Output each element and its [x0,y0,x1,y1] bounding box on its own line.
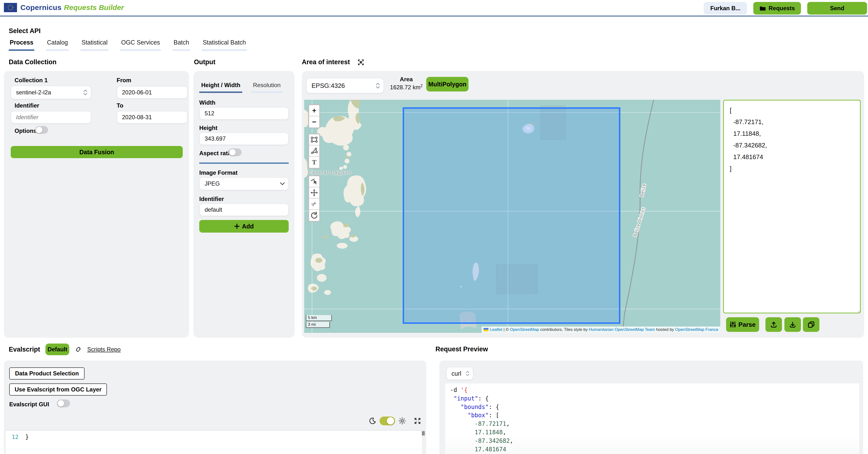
geometry-type-button[interactable]: MultiPolygon [426,77,468,91]
eu-flag-icon [4,3,17,12]
output-title: Output [194,58,215,66]
area-value: 1628.72 km2 [385,84,428,91]
editor-line-number: 12 [6,434,19,440]
folder-icon [760,6,766,11]
rotate-icon [310,211,318,219]
link-icon [74,346,82,353]
editor-theme-toggle[interactable] [379,417,395,425]
output-identifier-label: Identifier [199,196,224,202]
width-label: Width [199,99,215,106]
evalscript-panel: Data Product Selection Use Evalscript fr… [4,361,426,454]
code-line: 17.481674 [450,445,855,454]
editor-scrollbar[interactable] [422,431,425,454]
map-canvas[interactable]: Belize Belize District Central Lagoon + … [304,100,720,333]
tab-ogc-services[interactable]: OGC Services [120,38,161,51]
code-line: "bounds": { [450,403,855,412]
drag-layer-button[interactable] [309,187,319,199]
scripts-repo-link[interactable]: Scripts Repo [87,346,121,353]
edit-vertices-button[interactable] [309,176,319,187]
add-output-button[interactable]: Add [199,220,289,233]
tab-height-width[interactable]: Height / Width [199,81,242,93]
toggle-knob [36,127,42,133]
output-identifier-input[interactable] [199,203,289,216]
height-input[interactable] [199,132,289,145]
identifier-input[interactable] [11,111,91,123]
map-draw-toolbar: T [308,133,320,169]
upload-geometry-button[interactable] [766,317,782,332]
tab-process[interactable]: Process [9,38,34,51]
parse-geometry-button[interactable]: Parse [726,317,759,332]
to-input[interactable] [117,111,188,123]
user-button[interactable]: Furkan B... [704,2,747,15]
leaflet-link[interactable]: Leaflet [490,327,502,332]
data-product-selection-button[interactable]: Data Product Selection [9,367,85,379]
copy-geometry-button[interactable] [803,317,819,332]
geometry-textarea[interactable]: [ -87.72171, 17.11848, -87.342682, 17.48… [723,100,861,313]
evalscript-gui-toggle[interactable] [57,399,70,407]
tab-statistical[interactable]: Statistical [81,38,108,51]
polygon-tool-icon [310,147,318,155]
brand-requests-builder: Requests Builder [64,3,124,11]
data-fusion-button[interactable]: Data Fusion [11,146,183,158]
expand-arrows-icon[interactable] [357,59,365,66]
osmfr-link[interactable]: OpenStreetMap France [675,327,718,332]
tab-catalog[interactable]: Catalog [46,38,69,51]
collection-label: Collection 1 [14,77,48,84]
image-format-value: JPEG [199,177,289,190]
crs-select-value: EPSG:4326 [306,78,384,93]
rotate-layer-button[interactable] [309,210,319,221]
aoi-rectangle[interactable] [403,108,620,323]
requests-button[interactable]: Requests [753,2,801,15]
fullscreen-icon[interactable] [413,417,421,425]
image-format-select[interactable]: JPEG [199,177,289,190]
use-evalscript-ogc-button[interactable]: Use Evalscript from OGC Layer [9,384,107,396]
tab-batch[interactable]: Batch [173,38,190,51]
tab-statistical-batch[interactable]: Statistical Batch [202,38,247,51]
editor-scrollbar-thumb[interactable] [422,431,425,435]
toggle-knob [58,400,64,406]
data-collection-panel: Collection 1 sentinel-2-l2a From Identif… [4,71,189,338]
evalscript-editor[interactable]: 12} [6,430,425,454]
aspect-ratio-toggle[interactable] [228,148,242,156]
zoom-in-button[interactable]: + [309,105,319,116]
toggle-knob [387,417,394,425]
aoi-title: Area of interest [302,58,350,66]
evalscript-gui-label: Evalscript GUI [9,401,49,408]
draw-rectangle-button[interactable] [309,134,319,145]
text-tool-button[interactable]: T [309,157,319,168]
map-attribution: Leaflet | © OpenStreetMap contributors, … [482,327,720,333]
request-mode-select[interactable]: curl [446,367,473,380]
requests-builder-app: CopernicusRequests Builder Furkan B... R… [0,0,868,454]
brand-wordmark: CopernicusRequests Builder [21,3,124,12]
download-icon [789,321,796,328]
cut-layer-button[interactable]: ✂ [309,199,319,210]
evalscript-default-badge[interactable]: Default [45,344,69,355]
hot-link[interactable]: Humanitarian OpenStreetMap Team [589,327,655,332]
width-input[interactable] [199,107,289,120]
download-geometry-button[interactable] [784,317,801,332]
header-buttons: Furkan B... Requests Send [704,2,867,15]
data-collection-title: Data Collection [9,58,57,66]
code-line: "input": { [450,394,855,403]
request-preview-code[interactable]: -d '{ "input": { "bounds": { "bbox": [ -… [445,384,859,454]
zoom-out-button[interactable]: − [309,116,319,127]
from-input[interactable] [117,86,188,99]
output-panel: Height / Width Resolution Width Height A… [193,71,294,338]
osm-link[interactable]: OpenStreetMap [510,327,539,332]
send-button[interactable]: Send [807,2,867,15]
add-button-label: Add [242,223,254,230]
editor-line-code: } [25,433,29,441]
tab-resolution[interactable]: Resolution [251,81,282,93]
options-label: Options [14,127,37,134]
editor-theme-controls [369,417,421,425]
select-api-title: Select API [9,27,40,35]
options-toggle[interactable] [35,126,48,134]
collection-select[interactable]: sentinel-2-l2a [11,86,91,99]
draw-polygon-button[interactable] [309,145,319,157]
crs-select[interactable]: EPSG:4326 [306,78,384,93]
requests-button-label: Requests [769,5,795,12]
scissors-icon: ✂ [310,199,318,208]
sliders-icon [730,321,736,328]
scale-bar-km: 5 km [306,315,332,321]
evalscript-title: Evalscript [9,346,40,353]
